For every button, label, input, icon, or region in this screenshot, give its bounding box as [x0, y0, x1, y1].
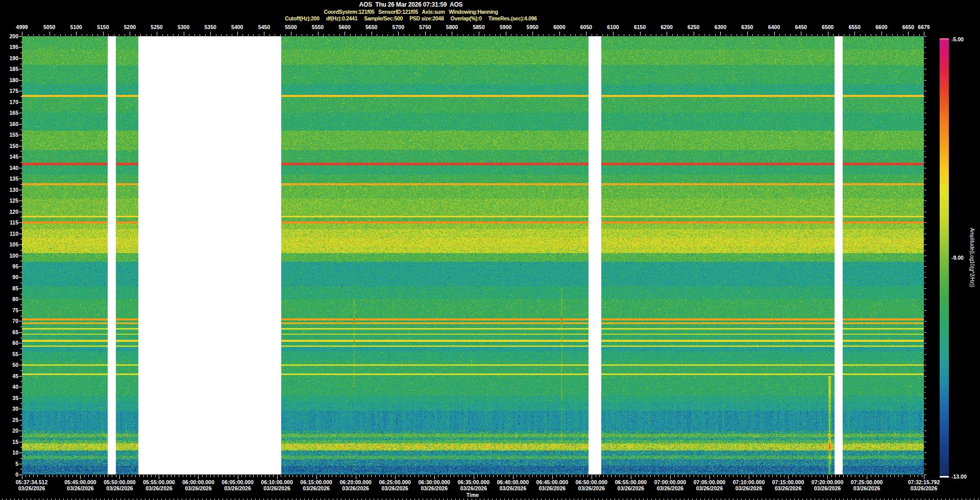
top-axis-minor-tick	[489, 34, 490, 36]
top-axis-minor-tick	[259, 34, 259, 36]
freq-axis-right-tick	[924, 58, 926, 59]
time-axis-minor-tick	[717, 475, 718, 477]
freq-axis-right-minor-tick	[924, 151, 925, 152]
freq-axis-right-minor-tick	[924, 261, 925, 261]
top-axis-minor-tick	[334, 34, 334, 36]
time-axis-minor-tick	[741, 475, 742, 477]
top-axis-minor-tick	[167, 34, 168, 36]
time-axis-minor-tick	[423, 475, 423, 477]
spectrogram-canvas[interactable]	[22, 36, 924, 474]
freq-axis-tick-label: 200	[0, 33, 18, 39]
time-axis-major-tick	[356, 475, 356, 479]
time-axis-tick-label: 07:20:00.00003/26/2026	[812, 480, 843, 491]
top-axis-major-tick	[76, 32, 77, 36]
freq-axis-tick-label: 45	[0, 373, 18, 379]
top-axis-minor-tick	[339, 34, 340, 36]
time-axis-major-tick	[159, 475, 159, 479]
freq-axis-tick-label: 15	[0, 439, 18, 445]
top-axis-tick-label: 6550	[849, 24, 861, 30]
freq-axis-tick-label: 70	[0, 318, 18, 324]
top-axis-minor-tick	[270, 34, 270, 36]
time-axis-minor-tick	[414, 475, 415, 477]
top-axis-minor-tick	[860, 34, 861, 36]
time-axis-minor-tick	[823, 475, 824, 477]
top-axis-minor-tick	[414, 34, 415, 36]
time-axis-minor-tick	[639, 475, 639, 477]
freq-axis-tick-label: 110	[0, 231, 18, 237]
time-axis-minor-tick	[902, 475, 902, 477]
top-axis-minor-tick	[549, 34, 549, 36]
time-axis-minor-tick	[654, 475, 655, 477]
time-axis-tick-label: 07:25:00.00003/26/2026	[851, 480, 883, 491]
time-axis-minor-tick	[725, 475, 726, 477]
header-params-line1: CoordSystem:121f05 SensorID:121f05 Axis:…	[285, 9, 537, 15]
top-axis-minor-tick	[361, 34, 361, 36]
top-axis-minor-tick	[522, 34, 522, 36]
freq-axis-right-tick	[924, 157, 926, 157]
date-label: 03/26/2026	[379, 486, 410, 492]
time-axis-minor-tick	[132, 475, 132, 477]
time-axis-minor-tick	[458, 475, 458, 477]
time-axis-minor-tick	[308, 475, 309, 477]
freq-axis-right-tick	[924, 201, 926, 201]
time-axis-minor-tick	[666, 475, 667, 477]
time-axis-minor-tick	[721, 475, 722, 477]
time-axis-minor-tick	[407, 475, 407, 477]
time-axis-minor-tick	[222, 475, 223, 477]
freq-axis-right-minor-tick	[924, 338, 925, 338]
top-axis-tick-label: 5400	[231, 24, 243, 30]
top-axis-minor-tick	[785, 34, 786, 36]
time-label: 06:05:00.000	[222, 480, 253, 486]
freq-axis-tick-label: 90	[0, 274, 18, 280]
top-axis-minor-tick	[97, 34, 98, 36]
time-axis-minor-tick	[804, 475, 804, 477]
time-label: 06:20:00.000	[339, 480, 371, 486]
time-axis-major-tick	[631, 475, 631, 479]
time-axis-major-tick	[867, 475, 867, 479]
colorbar-mid-label: -9.00	[951, 255, 964, 261]
freq-axis-right-tick	[924, 234, 926, 234]
freq-axis-tick-label: 20	[0, 428, 18, 434]
top-axis-minor-tick	[511, 34, 511, 36]
freq-axis-right-minor-tick	[924, 370, 925, 371]
top-axis-minor-tick	[307, 34, 307, 36]
freq-axis-right-minor-tick	[924, 250, 925, 251]
time-axis-minor-tick	[580, 475, 580, 477]
freq-axis-tick-label: 150	[0, 143, 18, 149]
time-axis-minor-tick	[796, 475, 796, 477]
time-axis-major-tick	[552, 475, 553, 479]
time-axis-minor-tick	[587, 475, 588, 477]
time-axis-tick-label: 06:00:00.00003/26/2026	[182, 480, 214, 491]
top-axis-minor-tick	[65, 34, 66, 36]
time-axis-minor-tick	[45, 475, 45, 477]
time-axis-major-tick	[198, 475, 199, 479]
top-axis-minor-tick	[634, 34, 635, 36]
time-axis-minor-tick	[399, 475, 399, 477]
date-label: 03/26/2026	[694, 486, 725, 492]
freq-axis-tick-label: 80	[0, 296, 18, 302]
top-axis-minor-tick	[474, 34, 474, 36]
top-axis-major-tick	[130, 32, 130, 36]
time-axis-major-tick	[434, 475, 435, 479]
freq-axis-tick-label: 190	[0, 55, 18, 61]
time-axis-tick-label: 06:30:00.00003/26/2026	[418, 480, 450, 491]
top-axis-major-tick	[291, 32, 291, 36]
freq-axis-tick-label: 105	[0, 241, 18, 247]
time-axis-minor-tick	[65, 475, 65, 477]
time-axis-minor-tick	[112, 475, 112, 477]
freq-axis-right-minor-tick	[924, 447, 925, 447]
time-axis-minor-tick	[124, 475, 124, 477]
freq-axis-right-tick	[924, 409, 926, 409]
top-axis-minor-tick	[688, 34, 689, 36]
freq-axis-right-tick	[924, 288, 926, 289]
time-axis-minor-tick	[800, 475, 800, 477]
top-axis-minor-tick	[500, 34, 501, 36]
top-axis-minor-tick	[71, 34, 71, 36]
top-axis-minor-tick	[280, 34, 281, 36]
time-axis-major-tick	[277, 475, 278, 479]
time-axis-minor-tick	[816, 475, 816, 477]
time-axis-minor-tick	[426, 475, 427, 477]
freq-axis-tick-label: 60	[0, 340, 18, 346]
time-axis-minor-tick	[139, 475, 140, 477]
time-axis-minor-tick	[489, 475, 490, 477]
